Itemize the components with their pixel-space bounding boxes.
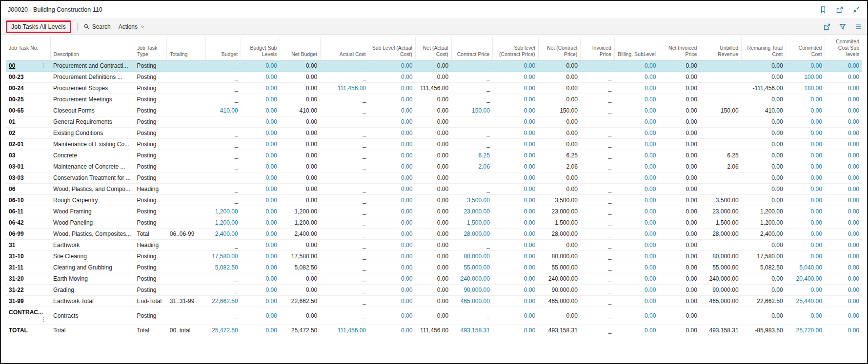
cell-budget-sub-levels[interactable]: 0.00 bbox=[241, 94, 280, 105]
cell-commited-cost-sub-levels[interactable]: 0.00 bbox=[825, 139, 862, 150]
cell-contract-price[interactable]: 240,000.00 bbox=[451, 273, 493, 285]
cell-commited-cost-sub-levels[interactable]: 0.00 bbox=[825, 105, 862, 116]
cell-budget[interactable]: 5,082.50 bbox=[206, 262, 241, 273]
cell-commited-cost-sub-levels[interactable]: 0.00 bbox=[825, 150, 862, 161]
cell-sub-level-contract-price[interactable]: 0.00 bbox=[493, 195, 538, 206]
cell-budget-sub-levels[interactable]: 0.00 bbox=[241, 72, 280, 83]
column-header-net-contract-price[interactable]: Net (Contract Price) bbox=[538, 37, 581, 60]
cell-commited-cost-sub-levels[interactable]: 0.00 bbox=[825, 296, 862, 307]
cell-sub-level-actual-cost[interactable]: 0.00 bbox=[369, 240, 415, 251]
column-header-totaling[interactable]: Totaling bbox=[167, 37, 206, 60]
column-header-actual-cost[interactable]: Actual Cost bbox=[320, 37, 369, 60]
cell-sub-level-contract-price[interactable]: 0.00 bbox=[493, 172, 538, 184]
column-header-description[interactable]: Description bbox=[50, 37, 134, 60]
cell-billing-sublevel[interactable]: 0.00 bbox=[614, 195, 659, 206]
cell-contract-price[interactable]: 28,000.00 bbox=[451, 229, 493, 240]
cell-commited-cost-sub-levels[interactable]: 0.00 bbox=[825, 161, 862, 172]
cell-commited-cost[interactable]: 0.00 bbox=[786, 116, 825, 128]
cell-commited-cost-sub-levels[interactable]: 0.00 bbox=[825, 128, 862, 139]
cell-sub-level-contract-price[interactable]: 0.00 bbox=[493, 128, 538, 139]
table-row[interactable]: 02-01Maintenance of Existing Co...Postin… bbox=[6, 139, 862, 150]
cell-budget-sub-levels[interactable]: 0.00 bbox=[241, 273, 280, 285]
cell-commited-cost-sub-levels[interactable]: 0.00 bbox=[825, 285, 862, 296]
cell-sub-level-contract-price[interactable]: 0.00 bbox=[493, 60, 538, 72]
cell-billing-sublevel[interactable]: 0.00 bbox=[614, 217, 659, 229]
table-row[interactable]: 31-22GradingPosting_0.000.00_0.000.0090,… bbox=[6, 285, 862, 296]
cell-commited-cost[interactable]: 0.00 bbox=[786, 240, 825, 251]
cell-commited-cost[interactable]: 0.00 bbox=[786, 60, 825, 72]
cell-billing-sublevel[interactable]: 0.00 bbox=[614, 116, 659, 128]
cell-sub-level-actual-cost[interactable]: 0.00 bbox=[369, 172, 415, 184]
cell-sub-level-contract-price[interactable]: 0.00 bbox=[493, 105, 538, 116]
cell-budget-sub-levels[interactable]: 0.00 bbox=[241, 251, 280, 262]
cell-billing-sublevel[interactable]: 0.00 bbox=[614, 296, 659, 307]
cell-contract-price[interactable]: 1,500.00 bbox=[451, 217, 493, 229]
cell-commited-cost[interactable]: 0.00 bbox=[786, 94, 825, 105]
column-header-net-budget[interactable]: Net Budget bbox=[280, 37, 320, 60]
cell-sub-level-actual-cost[interactable]: 0.00 bbox=[369, 83, 415, 94]
column-header-sub-level-actual-cost[interactable]: Sub Level (Actual Cost) bbox=[369, 37, 415, 60]
cell-sub-level-contract-price[interactable]: 0.00 bbox=[493, 240, 538, 251]
cell-commited-cost[interactable]: 0.00 bbox=[786, 128, 825, 139]
cell-contract-price[interactable]: 493,158.31 bbox=[451, 325, 493, 336]
cell-commited-cost-sub-levels[interactable]: 0.00 bbox=[825, 240, 862, 251]
cell-actual-cost[interactable]: 111,456.00 bbox=[320, 325, 369, 336]
table-row[interactable]: 31-99Earthwork TotalEnd-Total31..31-9922… bbox=[6, 296, 862, 307]
column-header-remaining-total-cost[interactable]: Remaning Total Cost bbox=[742, 37, 786, 60]
list-layout-icon[interactable] bbox=[854, 23, 862, 31]
search-button[interactable]: Search bbox=[83, 23, 111, 30]
cell-budget-sub-levels[interactable]: 0.00 bbox=[241, 172, 280, 184]
column-header-job-task-no[interactable]: Job Task No.↑ bbox=[6, 37, 50, 60]
cell-sub-level-contract-price[interactable]: 0.00 bbox=[493, 161, 538, 172]
cell-budget-sub-levels[interactable]: 0.00 bbox=[241, 217, 280, 229]
cell-sub-level-actual-cost[interactable]: 0.00 bbox=[369, 150, 415, 161]
table-row[interactable]: 00⋮Procurement and Contracti...Posting_0… bbox=[6, 60, 862, 72]
cell-budget-sub-levels[interactable]: 0.00 bbox=[241, 139, 280, 150]
cell-billing-sublevel[interactable]: 0.00 bbox=[614, 60, 659, 72]
cell-sub-level-actual-cost[interactable]: 0.00 bbox=[369, 325, 415, 336]
column-header-invoiced-price[interactable]: Invoiced Price bbox=[581, 37, 614, 60]
cell-billing-sublevel[interactable]: 0.00 bbox=[614, 240, 659, 251]
cell-budget[interactable]: 25,472.50 bbox=[206, 325, 241, 336]
cell-commited-cost[interactable]: 180.00 bbox=[786, 83, 825, 94]
cell-billing-sublevel[interactable]: 0.00 bbox=[614, 307, 659, 325]
cell-budget-sub-levels[interactable]: 0.00 bbox=[241, 325, 280, 336]
cell-billing-sublevel[interactable]: 0.00 bbox=[614, 229, 659, 240]
cell-commited-cost[interactable]: 20,400.00 bbox=[786, 273, 825, 285]
cell-sub-level-actual-cost[interactable]: 0.00 bbox=[369, 206, 415, 217]
cell-sub-level-contract-price[interactable]: 0.00 bbox=[493, 325, 538, 336]
column-header-commited-cost-sub-levels[interactable]: Commited Cost Sub levels bbox=[825, 37, 862, 60]
cell-budget-sub-levels[interactable]: 0.00 bbox=[241, 83, 280, 94]
table-row[interactable]: 06-42Wood PanelingPosting1,200.000.001,2… bbox=[6, 217, 862, 229]
cell-budget-sub-levels[interactable]: 0.00 bbox=[241, 116, 280, 128]
table-row[interactable]: 00-24Procurement ScopesPosting_0.000.001… bbox=[6, 83, 862, 94]
cell-contract-price[interactable]: 3,500.00 bbox=[451, 195, 493, 206]
cell-commited-cost[interactable]: 0.00 bbox=[786, 184, 825, 195]
cell-sub-level-contract-price[interactable]: 0.00 bbox=[493, 307, 538, 325]
table-row[interactable]: 06-10Rough CarpentryPosting_0.000.00_0.0… bbox=[6, 195, 862, 206]
table-row[interactable]: CONTRAC...⋮ContractsPosting_0.000.00_0.0… bbox=[6, 307, 862, 325]
cell-commited-cost-sub-levels[interactable]: 0.00 bbox=[825, 273, 862, 285]
cell-budget-sub-levels[interactable]: 0.00 bbox=[241, 105, 280, 116]
cell-billing-sublevel[interactable]: 0.00 bbox=[614, 94, 659, 105]
table-row[interactable]: 31-10Site ClearingPosting17,580.000.0017… bbox=[6, 251, 862, 262]
cell-sub-level-contract-price[interactable]: 0.00 bbox=[493, 116, 538, 128]
cell-commited-cost-sub-levels[interactable]: 0.00 bbox=[825, 184, 862, 195]
cell-contract-price[interactable]: 2.06 bbox=[451, 161, 493, 172]
cell-budget-sub-levels[interactable]: 0.00 bbox=[241, 150, 280, 161]
bookmark-icon[interactable] bbox=[819, 6, 827, 14]
table-row[interactable]: TOTALTotalTotal00..total25,472.500.0025,… bbox=[6, 325, 862, 336]
cell-sub-level-actual-cost[interactable]: 0.00 bbox=[369, 139, 415, 150]
cell-commited-cost-sub-levels[interactable]: 0.00 bbox=[825, 60, 862, 72]
cell-budget-sub-levels[interactable]: 0.00 bbox=[241, 229, 280, 240]
cell-commited-cost[interactable]: 0.00 bbox=[786, 161, 825, 172]
cell-commited-cost[interactable]: 0.00 bbox=[786, 217, 825, 229]
cell-billing-sublevel[interactable]: 0.00 bbox=[614, 285, 659, 296]
column-header-billing-sublevel[interactable]: Billing. SubLevel bbox=[614, 37, 659, 60]
cell-commited-cost-sub-levels[interactable]: 0.00 bbox=[825, 262, 862, 273]
cell-commited-cost-sub-levels[interactable]: 0.00 bbox=[825, 116, 862, 128]
table-row[interactable]: 31EarthworkHeading_0.000.00_0.000.00_0.0… bbox=[6, 240, 862, 251]
actions-menu-button[interactable]: Actions bbox=[119, 23, 145, 30]
cell-budget[interactable]: 1,200.00 bbox=[206, 217, 241, 229]
cell-contract-price[interactable]: 6.25 bbox=[451, 150, 493, 161]
